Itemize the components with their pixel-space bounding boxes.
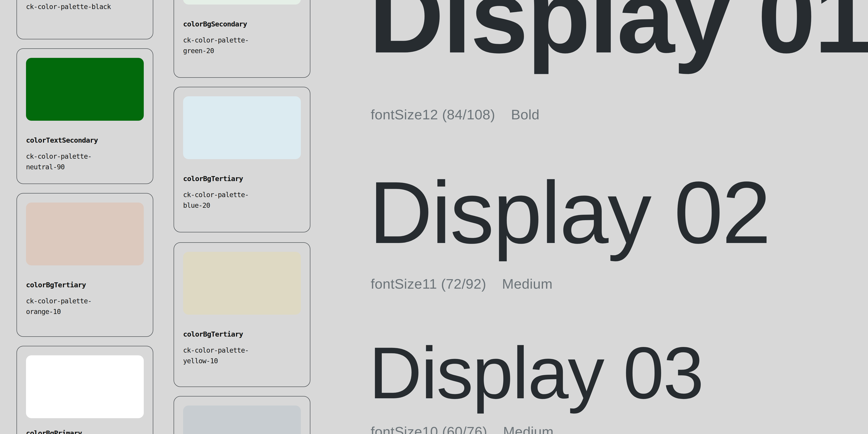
token-css-variable: ck-color-palette- neutral-90 — [26, 151, 144, 172]
color-token-card[interactable]: colorBgTertiary ck-color-palette- yellow… — [174, 242, 310, 387]
color-swatch — [183, 405, 301, 434]
token-css-variable: ck-color-palette- green-20 — [183, 35, 301, 56]
color-swatch — [26, 203, 144, 266]
token-name: colorBgTertiary — [26, 280, 144, 290]
font-size-label: fontSize11 (72/92) — [371, 276, 486, 292]
color-swatch — [183, 96, 301, 159]
color-token-card[interactable]: colorBgTertiary ck-color-palette- orange… — [17, 193, 153, 337]
color-swatch — [26, 58, 144, 121]
token-css-variable: ck-color-palette- orange-10 — [26, 296, 144, 317]
font-size-label: fontSize12 (84/108) — [371, 106, 495, 123]
display-01-sample[interactable]: Display 01 — [369, 0, 868, 68]
display-01-meta[interactable]: fontSize12 (84/108) Bold — [371, 106, 539, 123]
color-token-card[interactable]: colorTextSecondary ck-color-palette- neu… — [17, 49, 153, 184]
token-name: colorBgPrimary — [26, 428, 144, 434]
display-02-meta[interactable]: fontSize11 (72/92) Medium — [371, 276, 553, 292]
token-name: colorBgTertiary — [183, 174, 301, 184]
color-token-card[interactable]: colorBgPrimary — [17, 346, 153, 434]
display-03-sample[interactable]: Display 03 — [369, 336, 703, 410]
color-token-card[interactable]: ck-color-palette-black — [17, 0, 153, 39]
display-02-sample[interactable]: Display 02 — [369, 168, 770, 256]
color-token-card[interactable]: colorBgTertiary ck-color-palette- blue-2… — [174, 87, 310, 232]
color-swatch — [26, 355, 144, 418]
font-weight-label: Medium — [502, 276, 553, 292]
token-css-variable: ck-color-palette- blue-20 — [183, 189, 301, 211]
color-swatch — [183, 0, 301, 4]
token-css-variable: ck-color-palette-black — [26, 1, 144, 12]
color-token-card[interactable] — [174, 396, 310, 434]
font-weight-label: Bold — [511, 106, 539, 123]
color-swatch — [183, 252, 301, 315]
display-03-meta[interactable]: fontSize10 (60/76) Medium — [371, 424, 554, 434]
color-token-card[interactable]: colorBgSecondary ck-color-palette- green… — [174, 0, 310, 78]
font-weight-label: Medium — [503, 424, 554, 434]
token-name: colorBgSecondary — [183, 19, 301, 29]
token-name: colorTextSecondary — [26, 135, 144, 145]
token-name: colorBgTertiary — [183, 329, 301, 339]
font-size-label: fontSize10 (60/76) — [371, 424, 487, 434]
token-css-variable: ck-color-palette- yellow-10 — [183, 345, 301, 366]
